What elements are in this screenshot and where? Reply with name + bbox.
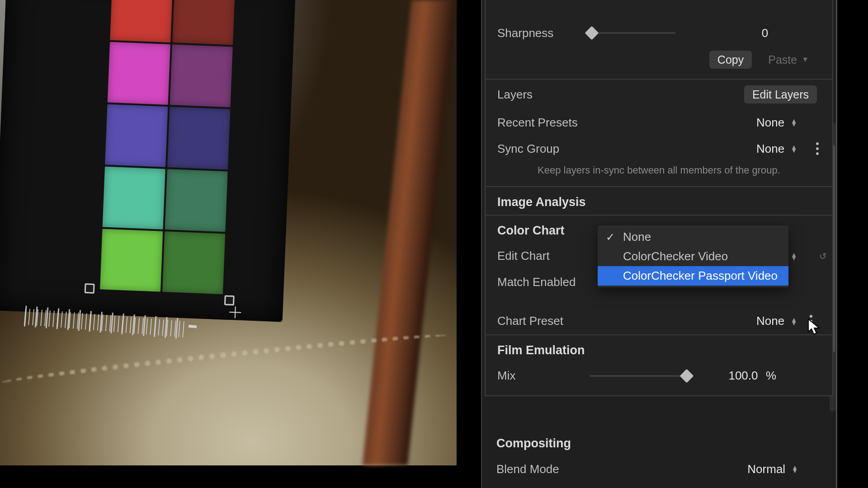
sync-group-label: Sync Group bbox=[497, 142, 559, 156]
color-swatch bbox=[172, 0, 235, 45]
sync-group-kebab[interactable] bbox=[816, 140, 819, 157]
color-swatch bbox=[167, 107, 230, 169]
minus-icon bbox=[189, 325, 197, 328]
updown-icon: ▲▼ bbox=[791, 119, 797, 126]
swatch-grid bbox=[100, 0, 235, 294]
sharpness-label: Sharpness bbox=[497, 26, 553, 40]
color-swatch bbox=[162, 231, 225, 294]
fiducial-marker bbox=[85, 283, 95, 294]
chart-preset-select[interactable]: None ▲▼ bbox=[756, 314, 797, 328]
row-sharpness: Sharpness 0 bbox=[486, 20, 832, 46]
row-chart-preset: Chart Preset None ▲▼ bbox=[486, 308, 832, 334]
paste-button[interactable]: Paste ▼ bbox=[760, 51, 817, 69]
updown-icon: ▲▼ bbox=[792, 465, 798, 473]
row-recent-presets: Recent Presets None ▲▼ bbox=[486, 109, 832, 136]
color-swatch bbox=[105, 104, 168, 167]
copy-button[interactable]: Copy bbox=[709, 51, 752, 69]
match-enabled-label: Match Enabled bbox=[497, 275, 576, 289]
updown-icon: ▲▼ bbox=[791, 318, 797, 325]
color-swatch bbox=[108, 42, 170, 105]
color-swatch bbox=[103, 167, 165, 230]
sync-group-hint: Keep layers in-sync between all members … bbox=[486, 162, 832, 186]
dropdown-item-label: ColorChecker Video bbox=[623, 249, 728, 263]
color-swatch bbox=[165, 169, 227, 232]
mix-label: Mix bbox=[497, 369, 515, 383]
color-swatch bbox=[170, 44, 233, 107]
sharpness-value[interactable]: 0 bbox=[733, 26, 797, 40]
row-layers: Layers Edit Layers bbox=[486, 80, 832, 109]
dropdown-item-label: None bbox=[623, 230, 651, 244]
section-film-emulation: Film Emulation bbox=[486, 335, 832, 363]
edit-chart-label: Edit Chart bbox=[497, 249, 550, 263]
recent-presets-label: Recent Presets bbox=[497, 116, 578, 130]
chevron-down-icon: ▼ bbox=[802, 56, 809, 64]
edit-layers-button[interactable]: Edit Layers bbox=[744, 85, 817, 103]
updown-icon: ▲▼ bbox=[791, 145, 797, 152]
mix-suffix: % bbox=[766, 369, 776, 383]
check-icon: ✓ bbox=[606, 231, 615, 244]
crosshair-icon bbox=[229, 306, 241, 319]
color-swatch bbox=[100, 229, 163, 291]
mix-value[interactable]: 100.0 bbox=[712, 369, 775, 383]
layers-label: Layers bbox=[497, 88, 533, 102]
updown-icon: ▲▼ bbox=[791, 253, 797, 260]
blend-mode-value: Normal bbox=[747, 462, 785, 476]
chart-preset-value: None bbox=[756, 314, 784, 328]
dropdown-item[interactable]: ✓None bbox=[598, 227, 788, 247]
dropdown-item-label: ColorChecker Passport Video bbox=[623, 269, 778, 282]
blend-mode-label: Blend Mode bbox=[496, 462, 559, 476]
slider-knob-icon[interactable] bbox=[585, 26, 599, 40]
dropdown-item[interactable]: ColorChecker Video bbox=[598, 247, 788, 266]
paste-button-label: Paste bbox=[768, 53, 797, 66]
recent-presets-value: None bbox=[756, 116, 784, 130]
sync-group-select[interactable]: None ▲▼ bbox=[756, 142, 797, 156]
reset-icon[interactable]: ↺ bbox=[819, 251, 827, 262]
inspector-panel: Sharpness 0 Copy Paste ▼ Layers Edit Lay… bbox=[481, 0, 837, 488]
row-mix: Mix 100.0 % bbox=[486, 363, 832, 389]
chart-preset-kebab[interactable] bbox=[810, 313, 812, 330]
viewer[interactable] bbox=[0, 0, 457, 465]
dropdown-item[interactable]: ColorChecker Passport Video bbox=[598, 266, 788, 286]
chart-preset-label: Chart Preset bbox=[497, 314, 563, 328]
slider-knob-icon[interactable] bbox=[679, 369, 693, 383]
color-swatch bbox=[110, 0, 173, 42]
sharpness-slider[interactable] bbox=[590, 32, 675, 34]
fiducial-marker bbox=[224, 295, 235, 305]
backdrop-wood bbox=[363, 0, 457, 465]
color-checker-card bbox=[0, 0, 296, 322]
recent-presets-select[interactable]: None ▲▼ bbox=[756, 116, 797, 130]
row-opacity: Opacity 100.0 % bbox=[485, 482, 833, 488]
section-compositing: Compositing bbox=[485, 424, 833, 456]
row-blend-mode: Blend Mode Normal ▲▼ bbox=[485, 456, 833, 482]
row-sync-group: Sync Group None ▲▼ bbox=[486, 136, 832, 162]
section-image-analysis: Image Analysis bbox=[486, 187, 832, 215]
blend-mode-select[interactable]: Normal ▲▼ bbox=[747, 462, 798, 476]
sync-group-value: None bbox=[756, 142, 784, 156]
clipboard-toolbar: Copy Paste ▼ bbox=[486, 46, 832, 79]
edit-chart-dropdown[interactable]: ✓NoneColorChecker VideoColorChecker Pass… bbox=[598, 225, 788, 287]
mix-slider[interactable] bbox=[590, 375, 689, 377]
